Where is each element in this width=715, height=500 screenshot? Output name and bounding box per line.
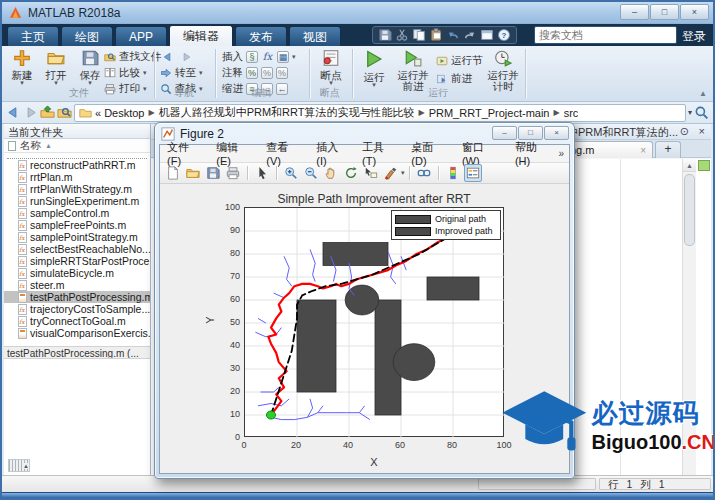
save-icon[interactable]: [378, 28, 392, 42]
figure-menu-1[interactable]: 文件(F): [160, 140, 209, 167]
file-row[interactable]: tryConnectToGoal.m: [4, 315, 150, 327]
link-plots-icon[interactable]: [415, 164, 433, 182]
open-button[interactable]: 打开▾: [40, 48, 72, 90]
goto-button[interactable]: 转至 ▾: [160, 66, 203, 79]
brush-dropdown-icon[interactable]: ▾: [401, 169, 405, 177]
data-cursor-icon[interactable]: [362, 164, 380, 182]
find-files-button[interactable]: 查找文件: [104, 50, 161, 63]
breadcrumb-item-4[interactable]: src: [564, 107, 579, 119]
zoom-out-icon[interactable]: [302, 164, 320, 182]
close-button[interactable]: ×: [680, 4, 709, 20]
insert-button[interactable]: 插入 § fx ▦ ▾: [222, 50, 296, 63]
advance-button[interactable]: 前进: [436, 72, 472, 85]
file-row[interactable]: sampleControl.m: [4, 207, 150, 219]
new-button[interactable]: 新建▾: [6, 48, 38, 90]
ribbon-collapse-icon[interactable]: ▲: [699, 89, 707, 98]
tab-close-icon[interactable]: ×: [640, 145, 646, 156]
figure-menu-2[interactable]: 编辑(E): [209, 140, 259, 167]
minimize-button[interactable]: ‒: [620, 4, 649, 20]
scrollbar-thumb[interactable]: [684, 174, 695, 246]
legend-icon[interactable]: [464, 164, 482, 182]
window-icon[interactable]: [480, 28, 494, 42]
redo-icon[interactable]: [463, 28, 477, 42]
forward-icon[interactable]: [180, 51, 192, 63]
figure-menu-5[interactable]: 工具(T): [355, 140, 404, 167]
cursor-icon[interactable]: [253, 164, 271, 182]
compare-button[interactable]: 比较 ▾: [104, 66, 147, 79]
file-row[interactable]: rrtPlanWithStrategy.m: [4, 183, 150, 195]
code-analyzer-indicator[interactable]: [698, 160, 710, 171]
ribbon-tab-1[interactable]: 主页: [7, 26, 59, 46]
figure-minimize-button[interactable]: ‒: [492, 126, 517, 140]
file-row[interactable]: samplePointStrategy.m: [4, 231, 150, 243]
insert-chart-icon[interactable]: ▦: [277, 51, 289, 63]
comment-icon[interactable]: %: [246, 67, 258, 79]
file-row[interactable]: rrtPlan.m: [4, 171, 150, 183]
breadcrumb-item-3[interactable]: PRM_RRT_Project-main: [429, 107, 550, 119]
maximize-button[interactable]: □: [650, 4, 679, 20]
comment-button[interactable]: 注释 % % %: [222, 66, 288, 79]
run-button[interactable]: 运行▾: [358, 48, 390, 90]
figure-menu-7[interactable]: 窗口(W): [455, 140, 508, 167]
open-folder-icon[interactable]: [184, 164, 202, 182]
browse-folder-icon[interactable]: [57, 105, 72, 120]
rotate-3d-icon[interactable]: [342, 164, 360, 182]
pan-icon[interactable]: [322, 164, 340, 182]
file-row[interactable]: selectBestReachableNo...: [4, 243, 150, 255]
file-details-bar[interactable]: testPathPostProcessing.m (...: [4, 346, 150, 359]
name-column-header[interactable]: 名称 ▲: [4, 139, 150, 153]
file-row[interactable]: reconstructPathRRT.m: [4, 159, 150, 171]
colorbar-icon[interactable]: [444, 164, 462, 182]
file-row[interactable]: visualComparisonExercis..: [4, 327, 150, 339]
back-icon[interactable]: [162, 51, 174, 63]
ribbon-tab-3[interactable]: APP: [115, 26, 167, 46]
print-icon[interactable]: [224, 164, 242, 182]
details-expander-button[interactable]: ▲: [8, 459, 30, 472]
breadcrumb-item-2[interactable]: 机器人路径规划中PRM和RRT算法的实现与性能比较: [159, 105, 415, 120]
save-button[interactable]: 保存▾: [74, 48, 106, 90]
figure-close-button[interactable]: ×: [544, 126, 569, 140]
new-tab-button[interactable]: +: [655, 141, 681, 158]
file-row[interactable]: trajectoryCostToSample...: [4, 303, 150, 315]
plot-axes[interactable]: Original pathImproved path: [244, 207, 504, 437]
cut-icon[interactable]: [395, 28, 409, 42]
folder-search-icon[interactable]: [694, 105, 709, 120]
ribbon-tab-4[interactable]: 编辑器: [169, 25, 233, 46]
ribbon-tab-6[interactable]: 视图: [289, 26, 341, 46]
address-dropdown-icon[interactable]: ▾: [688, 108, 692, 117]
doc-search-input[interactable]: [535, 29, 685, 41]
file-row[interactable]: steer.m: [4, 279, 150, 291]
brush-icon[interactable]: [382, 164, 400, 182]
nav-forward-icon[interactable]: [23, 105, 38, 120]
breadcrumb[interactable]: « Desktop▶机器人路径规划中PRM和RRT算法的实现与性能比较▶PRM_…: [74, 104, 686, 122]
figure-menu-3[interactable]: 查看(V): [259, 140, 309, 167]
help-icon[interactable]: ?: [497, 28, 511, 42]
wrap-comments-icon[interactable]: %: [276, 67, 288, 79]
file-row[interactable]: sampleFreePoints.m: [4, 219, 150, 231]
new-doc-icon[interactable]: [164, 164, 182, 182]
up-folder-icon[interactable]: [40, 105, 55, 120]
insert-section-icon[interactable]: §: [246, 51, 258, 63]
insert-fx-icon[interactable]: fx: [261, 51, 274, 63]
scroll-up-icon[interactable]: ▲: [683, 159, 696, 172]
nav-back-icon[interactable]: [6, 105, 21, 120]
zoom-in-icon[interactable]: [282, 164, 300, 182]
figure-maximize-button[interactable]: □: [518, 126, 543, 140]
paste-icon[interactable]: [429, 28, 443, 42]
run-time-button[interactable]: 运行并 计时: [484, 48, 522, 90]
figure-menu-6[interactable]: 桌面(D): [404, 140, 455, 167]
copy-icon[interactable]: [412, 28, 426, 42]
login-link[interactable]: 登录: [682, 28, 706, 45]
ribbon-tab-5[interactable]: 发布: [235, 26, 287, 46]
figure-menu-8[interactable]: 帮助(H): [508, 140, 559, 167]
editor-menu-icon[interactable]: ⊙: [680, 125, 689, 138]
menu-overflow-icon[interactable]: »: [558, 148, 569, 159]
save-icon[interactable]: [204, 164, 222, 182]
breadcrumb-item-1[interactable]: Desktop: [104, 107, 144, 119]
breakpoints-button[interactable]: 断点▾: [314, 48, 348, 90]
uncomment-icon[interactable]: %: [261, 67, 273, 79]
figure-menu-4[interactable]: 插入(I): [309, 140, 355, 167]
file-row[interactable]: simulateBicycle.m: [4, 267, 150, 279]
file-row[interactable]: simpleRRTStarPostProce..: [4, 255, 150, 267]
file-row[interactable]: testPathPostProcessing.m: [4, 291, 150, 303]
